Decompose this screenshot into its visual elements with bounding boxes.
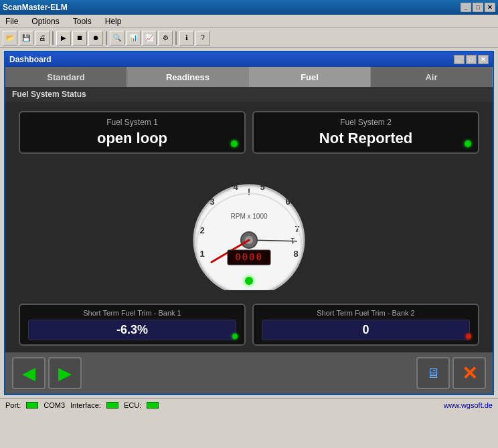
toolbar-btn-1[interactable]: 📂 [3,31,17,45]
website-link[interactable]: www.wgsoft.de [444,401,493,409]
trim-bank2-title: Short Term Fuel Trim - Bank 2 [317,309,415,317]
svg-text:8: 8 [293,249,298,259]
fuel-system-1-box: Fuel System 1 open loop [19,111,246,154]
trim-bank2-value: 0 [362,323,369,336]
monitor-button[interactable]: 🖥 [416,357,450,389]
toolbar-btn-4[interactable]: ▶ [56,31,71,45]
toolbar-btn-3[interactable]: 🖨 [35,31,50,45]
menu-bar: File Options Tools Help [0,15,498,28]
tab-fuel[interactable]: Fuel [249,67,371,87]
interface-indicator [106,402,118,409]
toolbar-btn-11[interactable]: ℹ [179,31,194,45]
toolbar-btn-12[interactable]: ? [195,31,210,45]
toolbar-btn-7[interactable]: 🔍 [110,31,124,45]
toolbar-btn-2[interactable]: 💾 [19,31,33,45]
trim-bank1-indicator [232,334,238,339]
gauge-svg: 1 1 2 3 4 5 6 7 8 RPM x 1000 [182,170,316,290]
tabs-bar: Standard Readiness Fuel Air [5,67,493,87]
fuel-system-2-indicator [465,140,471,147]
fuel-system-2-box: Fuel System 2 Not Reported [252,111,479,154]
gauge-area: 1 1 2 3 4 5 6 7 8 RPM x 1000 [5,163,493,297]
toolbar-btn-9[interactable]: 📈 [142,31,157,45]
menu-help[interactable]: Help [102,17,124,26]
ecu-indicator [147,402,159,409]
toolbar-separator-1 [52,31,54,45]
back-button[interactable]: ◀ [12,357,46,389]
svg-text:5: 5 [260,182,264,192]
fuel-system-2-value: Not Reported [319,130,412,147]
port-label: Port: [5,401,21,409]
dashboard-title: Dashboard [9,55,52,64]
back-arrow-icon: ◀ [22,363,35,384]
toolbar-btn-6[interactable]: ⏺ [88,31,103,45]
window-controls: _ □ ✕ [461,3,495,12]
action-buttons: 🖥 ✕ [416,357,486,389]
fuel-system-1-title: Fuel System 1 [106,118,158,127]
fuel-system-2-title: Fuel System 2 [340,118,392,127]
menu-options[interactable]: Options [29,17,62,26]
fuel-status-row: Fuel System 1 open loop Fuel System 2 No… [5,102,493,163]
app-titlebar: ScanMaster-ELM _ □ ✕ [0,0,498,15]
status-left: Port: COM3 Interface: ECU: [5,401,159,409]
minimize-button[interactable]: _ [461,3,471,12]
section-header: Fuel System Status [5,87,493,102]
toolbar-separator-3 [175,31,177,45]
disconnect-icon: ✕ [462,362,477,384]
dashboard-window: Dashboard _ □ ✕ Standard Readiness Fuel … [4,51,494,395]
svg-text:3: 3 [210,197,214,207]
close-button[interactable]: ✕ [485,3,495,12]
toolbar-btn-8[interactable]: 📊 [126,31,141,45]
trim-bank2-box: Short Term Fuel Trim - Bank 2 0 [252,304,479,346]
maximize-button[interactable]: □ [473,3,483,12]
menu-tools[interactable]: Tools [70,17,94,26]
forward-button[interactable]: ▶ [48,357,82,389]
toolbar: 📂 💾 🖨 ▶ ⏹ ⏺ 🔍 📊 📈 ⚙ ℹ ? [0,28,498,48]
menu-file[interactable]: File [3,17,21,26]
fuel-system-1-indicator [231,140,238,147]
interface-label: Interface: [70,401,101,409]
trim-bank1-value: -6.3% [116,323,148,336]
toolbar-btn-10[interactable]: ⚙ [158,31,173,45]
tab-air[interactable]: Air [371,67,493,87]
tab-readiness[interactable]: Readiness [127,67,249,87]
forward-arrow-icon: ▶ [58,363,72,384]
trim-bank2-value-box: 0 [262,320,470,340]
toolbar-btn-5[interactable]: ⏹ [72,31,87,45]
dash-maximize-button[interactable]: □ [466,55,477,64]
trim-bank2-indicator [466,334,471,339]
status-bar: Port: COM3 Interface: ECU: www.wgsoft.de [0,398,498,411]
toolbar-separator-2 [106,31,107,45]
disconnect-button[interactable]: ✕ [452,357,486,389]
trim-bank1-value-box: -6.3% [28,320,236,340]
dashboard-titlebar: Dashboard _ □ ✕ [5,52,493,67]
tachometer-gauge: 1 1 2 3 4 5 6 7 8 RPM x 1000 [182,170,316,290]
svg-text:1: 1 [199,249,204,259]
monitor-icon: 🖥 [426,366,440,381]
tab-standard[interactable]: Standard [5,67,127,87]
nav-buttons: ◀ ▶ [12,357,82,389]
gauge-indicator-dot [245,277,253,285]
svg-text:1: 1 [290,236,295,245]
trim-row: Short Term Fuel Trim - Bank 1 -6.3% Shor… [5,297,493,352]
dash-close-button[interactable]: ✕ [478,55,489,64]
port-indicator [26,402,38,409]
dashboard-window-controls: _ □ ✕ [454,55,489,64]
dash-minimize-button[interactable]: _ [454,55,465,64]
port-value: COM3 [44,401,65,409]
bottom-nav-bar: ◀ ▶ 🖥 ✕ [5,352,493,394]
svg-text:4: 4 [233,182,238,192]
fuel-system-1-value: open loop [97,130,167,147]
svg-text:RPM x 1000: RPM x 1000 [230,213,267,220]
svg-text:6: 6 [285,197,290,207]
svg-text:0000: 0000 [235,251,263,262]
trim-bank1-title: Short Term Fuel Trim - Bank 1 [83,309,181,317]
trim-bank1-box: Short Term Fuel Trim - Bank 1 -6.3% [19,304,246,346]
ecu-label: ECU: [124,401,141,409]
app-title: ScanMaster-ELM [3,3,68,12]
